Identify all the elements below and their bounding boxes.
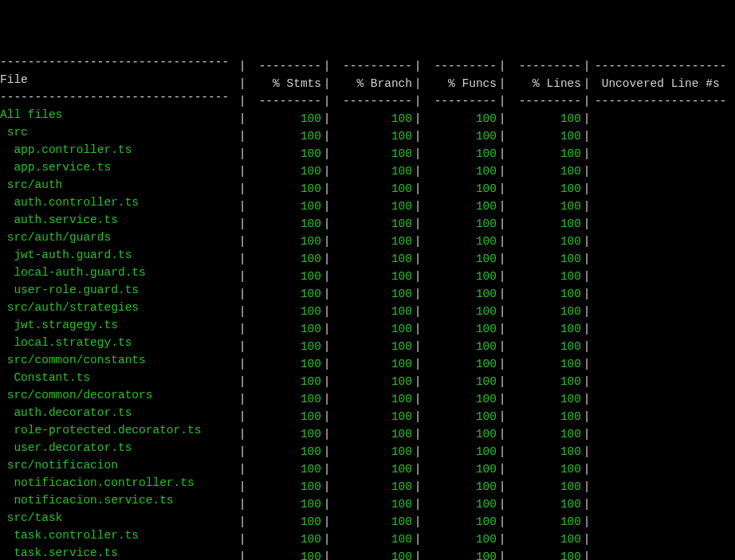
file-name: jwt.stragegy.ts: [0, 319, 237, 332]
column-separator: |: [237, 270, 248, 284]
indent: [0, 406, 14, 420]
column-separator: |: [321, 445, 332, 459]
header-file: File: [0, 73, 237, 87]
pct-funcs: 100: [423, 550, 497, 560]
column-separator: |: [581, 165, 592, 178]
pct-branch: 100: [332, 323, 412, 336]
column-separator: |: [412, 463, 423, 476]
dash: -------------------: [592, 60, 735, 73]
file-name: local-auth.guard.ts: [0, 266, 237, 280]
pct-lines: 100: [508, 217, 581, 231]
column-separator: |: [581, 410, 592, 424]
column-separator: |: [321, 253, 332, 266]
column-separator: |: [581, 428, 592, 441]
pct-funcs: 100: [423, 147, 497, 161]
column-separator: |: [412, 533, 423, 546]
column-separator: |: [497, 550, 508, 560]
pct-stmts: 100: [248, 253, 321, 266]
column-separator: |: [237, 393, 248, 406]
pct-branch: 100: [332, 533, 412, 546]
column-separator: |: [321, 323, 332, 336]
file-name: src/common/decorators: [0, 389, 237, 402]
pct-lines: 100: [508, 428, 581, 441]
pct-lines: 100: [508, 323, 581, 336]
column-separator: |: [581, 77, 592, 91]
file-name-text: user.decorator.ts: [14, 441, 132, 454]
column-separator: |: [412, 550, 423, 560]
column-separator: |: [581, 480, 592, 494]
indent: [0, 371, 14, 385]
pct-lines: 100: [508, 200, 581, 213]
dash: ---------------------------------: [0, 56, 237, 69]
dash: ---------: [423, 60, 497, 73]
column-separator: |: [321, 340, 332, 354]
indent: [0, 319, 14, 332]
pct-stmts: 100: [248, 200, 321, 213]
coverage-table-divider: ---------------------------------|------…: [0, 56, 735, 73]
column-separator: |: [321, 410, 332, 424]
column-separator: |: [412, 393, 423, 406]
column-separator: |: [497, 112, 508, 126]
pct-lines: 100: [508, 445, 581, 459]
column-separator: |: [412, 147, 423, 161]
coverage-row: app.controller.ts|100|100|100|100|: [0, 143, 735, 161]
coverage-row: task.controller.ts|100|100|100|100|: [0, 529, 735, 546]
file-name: user-role.guard.ts: [0, 284, 237, 297]
column-separator: |: [497, 253, 508, 266]
file-name: app.service.ts: [0, 161, 237, 174]
indent: [0, 546, 14, 560]
pct-stmts: 100: [248, 358, 321, 371]
column-separator: |: [321, 77, 332, 91]
file-name-text: task.service.ts: [14, 546, 118, 559]
indent: [0, 476, 14, 490]
file-name-text: local.strategy.ts: [14, 336, 132, 349]
column-separator: |: [237, 95, 248, 108]
pct-stmts: 100: [248, 165, 321, 178]
indent: [0, 143, 14, 157]
coverage-row: local.strategy.ts|100|100|100|100|: [0, 336, 735, 354]
column-separator: |: [581, 95, 592, 108]
column-separator: |: [321, 112, 332, 126]
file-name-text: auth.service.ts: [14, 213, 118, 226]
pct-branch: 100: [332, 480, 412, 494]
indent: [0, 231, 7, 245]
column-separator: |: [412, 217, 423, 231]
file-name: src/auth/guards: [0, 231, 237, 245]
pct-branch: 100: [332, 393, 412, 406]
file-name: user.decorator.ts: [0, 441, 237, 455]
file-name: role-protected.decorator.ts: [0, 424, 237, 437]
pct-lines: 100: [508, 358, 581, 371]
column-separator: |: [237, 340, 248, 354]
pct-branch: 100: [332, 147, 412, 161]
pct-lines: 100: [508, 165, 581, 178]
coverage-row: task.service.ts|100|100|100|100|: [0, 546, 735, 560]
pct-stmts: 100: [248, 305, 321, 319]
column-separator: |: [497, 60, 508, 73]
column-separator: |: [237, 112, 248, 126]
pct-branch: 100: [332, 428, 412, 441]
pct-lines: 100: [508, 498, 581, 511]
pct-funcs: 100: [423, 235, 497, 249]
pct-funcs: 100: [423, 217, 497, 231]
header-uncovered: Uncovered Line #s: [592, 77, 735, 91]
pct-branch: 100: [332, 463, 412, 476]
coverage-row: role-protected.decorator.ts|100|100|100|…: [0, 424, 735, 441]
pct-funcs: 100: [423, 533, 497, 546]
column-separator: |: [321, 515, 332, 529]
indent: [0, 161, 14, 174]
file-name: auth.decorator.ts: [0, 406, 237, 420]
pct-stmts: 100: [248, 445, 321, 459]
pct-funcs: 100: [423, 410, 497, 424]
column-separator: |: [497, 445, 508, 459]
pct-funcs: 100: [423, 270, 497, 284]
column-separator: |: [321, 95, 332, 108]
coverage-row: notificacion.service.ts|100|100|100|100|: [0, 494, 735, 511]
column-separator: |: [412, 288, 423, 301]
file-name: local.strategy.ts: [0, 336, 237, 350]
column-separator: |: [321, 130, 332, 143]
file-name-text: jwt-auth.guard.ts: [14, 249, 132, 261]
column-separator: |: [497, 77, 508, 91]
column-separator: |: [497, 428, 508, 441]
indent: [0, 389, 7, 402]
pct-branch: 100: [332, 165, 412, 178]
